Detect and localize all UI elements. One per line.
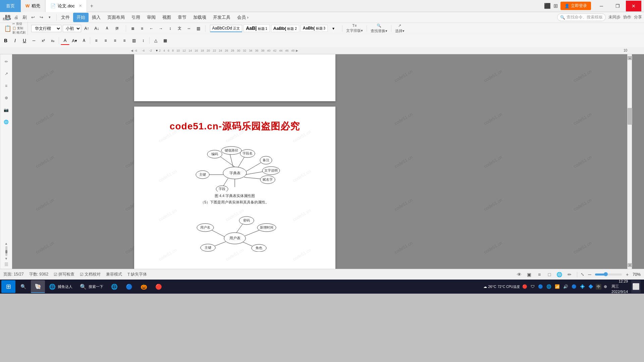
menu-start[interactable]: 开始 [73,13,89,22]
font-color-btn[interactable]: A [61,36,69,45]
style-heading2[interactable]: AaBb( 标题 2 [271,25,299,32]
focus-view-btn[interactable]: 🌐 [555,270,564,279]
bold-btn[interactable]: B [1,36,10,45]
select-icon[interactable]: ↗ [398,23,401,28]
collab-btn[interactable]: 协作 [623,14,631,20]
taskbar-browser2[interactable]: 🔵 [122,280,136,293]
menu-section[interactable]: 章节 [174,13,190,22]
qa-print[interactable]: 🖨 [12,14,20,21]
menu-search-box[interactable]: 🔍 查找命令、搜索模板 [557,13,606,21]
tray-input-zh[interactable]: 中 [596,284,601,290]
tray-network[interactable]: 🌐 [545,284,552,289]
format-painter-btn[interactable]: 刷 格式刷 [12,31,25,35]
zoom-in-btn[interactable]: + [623,270,631,279]
close-doc-icon[interactable]: ✕ [79,4,82,8]
copy-btn[interactable]: 📋 复制 [12,26,25,31]
menu-file[interactable]: 文件 [58,13,73,22]
menu-member[interactable]: 会员 › [234,13,252,22]
char-border-btn[interactable]: Ａ [79,36,88,45]
tray-blue3[interactable]: 💠 [579,284,586,289]
tab-add-button[interactable]: + [87,0,97,12]
tray-shield[interactable]: 🛡 [530,284,536,289]
tray-plus[interactable]: ⊕ [603,284,608,289]
qa-more[interactable]: ▾ [46,14,53,21]
cpu-temp[interactable]: 72°C CPU温度 [498,285,520,289]
expand-btn[interactable]: ⤡ [581,272,584,277]
menu-insert[interactable]: 插入 [89,13,104,22]
qa-format[interactable]: 刷 [21,14,28,21]
align-center-btn[interactable]: ≡ [101,36,110,45]
restore-button[interactable]: ❐ [610,1,625,11]
taskbar-browser1[interactable]: 🌐 捕鱼达人 [46,280,76,293]
menu-review[interactable]: 审阅 [144,13,159,22]
columns-btn[interactable]: ▥ [129,36,138,45]
taskbar-game[interactable]: 🎃 [137,280,151,293]
hr-icon[interactable]: ≡ [2,81,11,90]
screenshot-icon[interactable]: 📷 [2,105,11,115]
cut-btn[interactable]: ✂ 剪切 [12,22,25,26]
zoom-slider[interactable] [595,274,622,276]
table-btn[interactable]: ▦ [161,36,169,45]
list-ordered-btn[interactable]: ≣ [128,24,137,33]
show-desktop-btn[interactable]: ⬜ [631,280,641,293]
edit-icon[interactable]: ✏ [2,57,11,66]
shapes-btn[interactable]: △ [151,36,160,45]
vertical-scrollbar[interactable]: ▲ ▼ [627,54,632,269]
qa-undo[interactable]: ↩ [29,14,37,21]
indent-increase-btn[interactable]: → [157,24,165,33]
line-spacing-btn[interactable]: ↕ [139,36,148,45]
tray-wifi[interactable]: 📶 [554,284,561,289]
arrow-icon[interactable]: ↗ [2,69,11,78]
login-button[interactable]: 👤 立即登录 [560,2,591,10]
taskbar-search-btn[interactable]: 🔍 搜索一下 [76,280,107,293]
menu-view[interactable]: 视图 [159,13,174,22]
chinese-btn[interactable]: 文 [175,24,184,33]
menu-reference[interactable]: 引用 [128,13,144,22]
taskbar-search[interactable]: 🔍 [16,280,30,293]
close-button[interactable]: ✕ [626,1,641,11]
scroll-up-btn[interactable]: ▲ [5,242,8,245]
align-left-btn[interactable]: ≡ [92,36,101,45]
style-heading1[interactable]: AaB| 标题 1 [244,24,270,32]
edit-view-btn[interactable]: ✏ [566,270,574,279]
sync-status[interactable]: 未同步 [608,14,621,20]
print-view-btn[interactable]: ▣ [525,270,533,279]
outline-view-btn[interactable]: □ [545,270,553,279]
list-bullet-btn[interactable]: ≡ [138,24,147,33]
sort-btn[interactable]: ↕ [166,24,175,33]
tab-doc[interactable]: 📄 论文.doc ✕ [45,0,87,12]
doc-check[interactable]: ☑ 文档校对 [80,272,101,277]
style-normal[interactable]: AaBbCcDd 正文 [210,25,243,32]
style-heading3[interactable]: AaBb( 标题 3 [301,25,328,32]
style-more-btn[interactable]: ▾ [329,24,338,33]
tray-security[interactable]: 🔴 [521,284,528,289]
tray-blue1[interactable]: 🔵 [537,284,544,289]
zoom-slider-thumb[interactable] [604,272,608,276]
multiview-icon[interactable]: ⬛ [544,3,551,9]
share-btn[interactable]: 分享 [634,14,642,20]
align-right-btn[interactable]: ≡ [111,36,119,45]
system-clock[interactable]: 12:29 周三 2022/9/14 [609,279,630,294]
strikethrough-btn[interactable]: ─ [30,36,38,45]
zoom-out-btn[interactable]: ─ [586,270,594,279]
taskbar-wps[interactable]: 🐚 [31,280,45,293]
ruler-btn[interactable]: ▥ [194,24,203,33]
spacing-btn[interactable]: ↔ [185,24,194,33]
tab-home[interactable]: 首页 [0,0,21,12]
font-name-selector[interactable]: 华文行楷 [31,25,61,32]
superscript-btn[interactable]: x² [39,36,48,45]
menu-layout[interactable]: 页面布局 [104,13,128,22]
scroll-down-btn[interactable]: ▼ [5,257,8,260]
indent-decrease-btn[interactable]: ← [147,24,156,33]
paste-btn[interactable]: 📋 [4,25,11,32]
minimize-button[interactable]: ─ [594,1,609,11]
spell-check[interactable]: ☑ 拼写检查 [54,272,74,277]
subscript-btn[interactable]: x₂ [48,36,57,45]
highlight-btn[interactable]: A▾ [70,36,79,45]
underline-btn[interactable]: U [20,36,29,45]
grid-icon[interactable]: ⊞ [553,3,558,9]
scrollbar-thumb[interactable] [628,108,632,125]
phonetic-btn[interactable]: 拼 [113,24,121,33]
taskbar-ie[interactable]: 🌐 [107,280,121,293]
tray-blue2[interactable]: 🔵 [571,284,578,289]
